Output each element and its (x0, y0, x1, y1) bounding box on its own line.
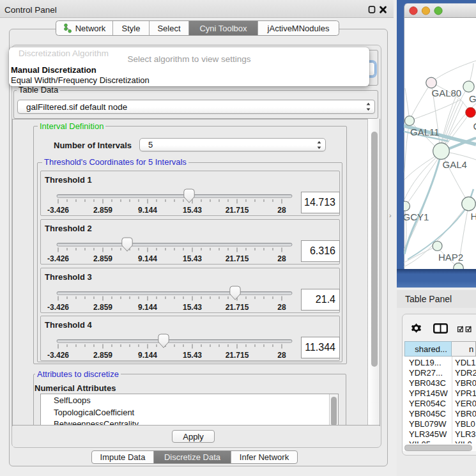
svg-text:H: H (471, 211, 476, 222)
svg-text:GAL11: GAL11 (410, 127, 440, 137)
svg-text:GA: GA (469, 93, 476, 104)
svg-text:C: C (473, 121, 476, 132)
svg-text:HAP2: HAP2 (438, 252, 463, 263)
svg-text:GAL80: GAL80 (432, 88, 462, 98)
svg-text:GAL4: GAL4 (443, 159, 467, 170)
svg-text:GCY1: GCY1 (404, 211, 429, 222)
